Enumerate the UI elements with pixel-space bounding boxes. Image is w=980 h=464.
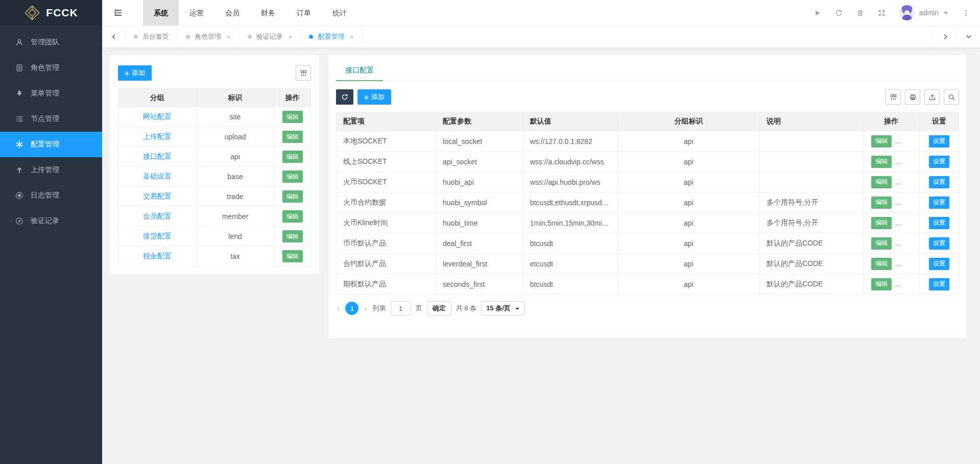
group-key: tax [230,252,240,260]
export-button[interactable] [924,89,940,105]
group-edit-button[interactable]: 编辑 [282,250,303,262]
sidebar-menu: 管理团队 角色管理 菜单管理 节点管理 配置管理 上传管理 日志管理 验证记录 [0,26,102,234]
config-default: ws://127.0.0.1:8282 [523,131,617,152]
group-edit-button[interactable]: 编辑 [282,111,303,123]
group-row: 借贷配置lend编辑 [118,227,311,247]
config-setting-button[interactable]: 设置 [929,197,949,209]
config-edit-button[interactable]: 编辑 [871,176,892,188]
add-group-button[interactable]: + 添加 [118,65,152,81]
nav-item-order[interactable]: 订单 [286,0,322,26]
user-menu[interactable]: admin [899,5,948,20]
config-setting-button[interactable]: 设置 [929,135,949,148]
tab-dot [186,35,190,39]
config-setting-button[interactable]: 设置 [929,217,949,229]
group-link[interactable]: 基础设置 [143,172,172,180]
group-edit-button[interactable]: 编辑 [282,170,303,183]
nav-item-system[interactable]: 系统 [143,0,179,26]
tab-verify[interactable]: 验证记录 × [240,26,301,47]
config-setting-button[interactable]: 设置 [929,176,949,188]
tab-home[interactable]: 后台首页 [126,26,178,47]
tabs-scroll-right-button[interactable] [933,26,957,47]
next-page-icon[interactable]: › [363,304,368,313]
group-edit-button[interactable]: 编辑 [282,131,303,143]
close-icon[interactable]: × [227,33,231,41]
config-setting-button[interactable]: 设置 [929,258,949,270]
current-page[interactable]: 1 [345,302,358,315]
tab-api-config[interactable]: 接口配置 [336,60,383,81]
sidebar-item-menu[interactable]: 菜单管理 [0,81,102,106]
group-edit-button[interactable]: 编辑 [282,190,303,203]
tabs-menu-button[interactable] [957,26,980,47]
config-table: 配置项 配置参数 默认值 分组标识 说明 操作 设置 本地SOCKETlocal… [336,112,959,295]
group-edit-button[interactable]: 编辑 [282,151,303,163]
play-icon[interactable] [814,9,821,17]
refresh-table-button[interactable] [336,89,353,105]
nav-item-statistics[interactable]: 统计 [322,0,357,26]
sidebar-item-log[interactable]: 日志管理 [0,183,102,208]
sidebar-item-config[interactable]: 配置管理 [0,132,102,157]
config-icon [15,140,23,149]
print-button[interactable] [905,89,920,105]
prev-page-icon[interactable]: ‹ [336,304,341,313]
config-edit-button[interactable]: 编辑 [871,237,892,250]
close-icon[interactable]: × [289,33,293,41]
group-table-body: 网站配置site编辑上传配置upload编辑接口配置api编辑基础设置base编… [118,107,311,266]
goto-page-input[interactable] [391,301,411,315]
trash-icon[interactable] [856,9,864,17]
confirm-page-button[interactable]: 确定 [427,301,451,315]
nav-item-member[interactable]: 会员 [214,0,250,26]
tab-dot [309,35,313,39]
sidebar-item-node[interactable]: 节点管理 [0,106,102,132]
config-edit-button[interactable]: 编辑 [871,135,892,148]
config-edit-button[interactable]: 编辑 [871,217,892,229]
sidebar-item-role[interactable]: 角色管理 [0,55,102,81]
config-param: local_socket [436,131,523,152]
add-config-button[interactable]: + 添加 [357,89,391,105]
group-link[interactable]: 网站配置 [143,112,172,120]
col-setting: 设置 [920,112,959,131]
tab-config[interactable]: 配置管理 × [301,26,363,47]
group-link[interactable]: 税金配置 [143,252,172,260]
collapse-menu-icon [113,8,123,17]
group-link[interactable]: 会员配置 [143,212,172,220]
kebab-menu-icon[interactable] [962,9,970,17]
config-name: 火币合约数据 [337,192,436,213]
collapse-menu-button[interactable] [102,0,134,26]
group-link[interactable]: 上传配置 [143,132,172,140]
nav-item-operation[interactable]: 运营 [179,0,214,26]
config-setting-button[interactable]: 设置 [929,278,949,290]
tab-role[interactable]: 角色管理 × [178,26,240,47]
config-row: 期权默认产品seconds_firstbtcusdtapi默认的产品CODE编辑… [337,274,959,295]
group-edit-button[interactable]: 编辑 [282,210,303,223]
group-edit-button[interactable]: 编辑 [282,230,303,242]
sidebar-item-upload[interactable]: 上传管理 [0,157,102,183]
config-group-key: api [617,152,759,172]
columns-filter-button[interactable] [886,89,901,105]
refresh-icon[interactable] [835,9,843,17]
page-size-select[interactable]: 15 条/页 [481,301,524,315]
sidebar-item-admin-team[interactable]: 管理团队 [0,30,102,55]
config-setting-button[interactable]: 设置 [929,156,949,168]
fullscreen-icon[interactable] [878,9,886,17]
sidebar-item-verify[interactable]: 验证记录 [0,208,102,234]
config-note: 多个用符号,分开 [759,192,863,213]
group-link[interactable]: 借贷配置 [143,232,172,240]
tab-dot [248,35,252,39]
add-group-label: 添加 [132,68,145,78]
tabs-scroll-left-button[interactable] [102,26,126,47]
config-note [759,152,863,172]
nav-item-finance[interactable]: 财务 [250,0,286,26]
config-edit-button[interactable]: 编辑 [871,258,892,270]
close-icon[interactable]: × [350,33,354,41]
group-row: 税金配置tax编辑 [118,247,311,266]
config-edit-button[interactable]: 编辑 [871,197,892,209]
config-group-key: api [617,131,759,152]
search-button[interactable] [944,89,959,105]
config-name: 火币SOCKET [337,172,436,192]
config-edit-button[interactable]: 编辑 [871,278,892,290]
group-link[interactable]: 接口配置 [143,152,172,160]
toggle-view-button[interactable] [296,65,311,81]
config-edit-button[interactable]: 编辑 [871,156,892,168]
group-link[interactable]: 交易配置 [143,192,172,200]
config-setting-button[interactable]: 设置 [929,237,949,250]
